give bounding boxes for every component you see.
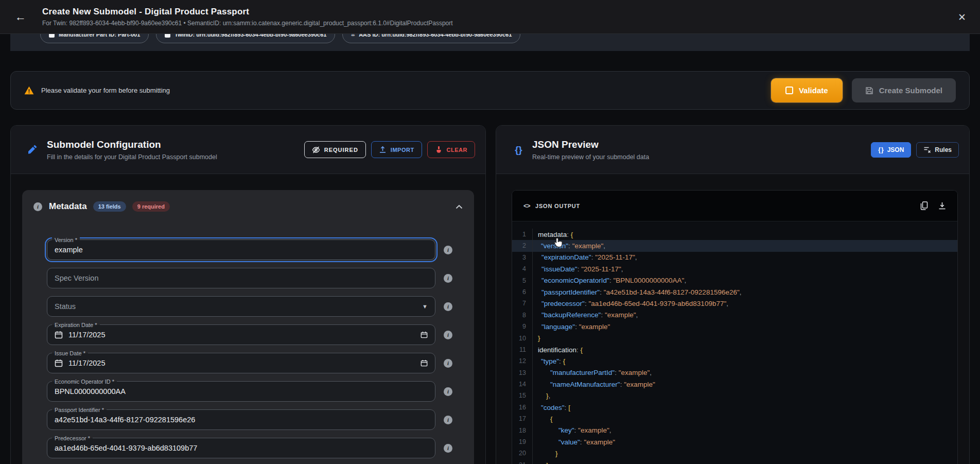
line-number: 8 <box>512 310 533 321</box>
code-line-12: 12"type": { <box>512 355 957 367</box>
field-label: Issue Date * <box>52 349 88 357</box>
line-number: 9 <box>512 321 533 332</box>
upload-icon <box>379 146 387 153</box>
tab-json[interactable]: { } JSON <box>871 142 911 158</box>
field-value: aa1ed46b-65ed-4041-9379-ab6d83109b77 <box>55 444 197 452</box>
field-info-icon[interactable]: i <box>444 331 452 339</box>
json-code-view: 1metadata: {2"version": "example",3"expi… <box>512 221 957 464</box>
collapse-section-button[interactable] <box>456 203 463 211</box>
back-arrow-icon: ← <box>15 10 26 24</box>
line-number: 6 <box>512 286 533 298</box>
field-info-icon[interactable]: i <box>444 359 452 368</box>
code-line-21: 21], <box>512 459 957 464</box>
config-panel-subtitle: Fill in the details for your Digital Pro… <box>47 153 217 161</box>
line-number: 21 <box>512 459 533 464</box>
line-number: 20 <box>512 448 533 459</box>
date-picker-icon[interactable] <box>421 359 428 367</box>
code-line-4: 4"issueDate": "2025-11-17", <box>512 263 957 274</box>
issue-date-field[interactable]: Issue Date *11/17/2025 <box>47 353 435 373</box>
code-line-16: 16"codes": [ <box>512 402 957 413</box>
twin-chips-band: Manufacturer Part ID: Part-001TwinID: ur… <box>10 34 970 51</box>
code-line-6: 6"passportIdentifier": "a42e51bd-14a3-44… <box>512 286 957 298</box>
line-number: 13 <box>512 367 533 379</box>
validation-message: Please validate your form before submitt… <box>41 87 170 94</box>
code-line-17: 17{ <box>512 413 957 424</box>
line-number: 16 <box>512 402 533 413</box>
line-number: 18 <box>512 425 533 436</box>
code-line-18: 18"key": "example", <box>512 425 957 436</box>
clear-button[interactable]: CLEAR <box>427 141 475 158</box>
calendar-icon <box>55 359 63 367</box>
copy-button[interactable] <box>920 201 928 210</box>
field-label: Version * <box>52 236 80 244</box>
line-number: 3 <box>512 252 533 263</box>
import-button[interactable]: IMPORT <box>371 141 422 158</box>
code-line-19: 19"value": "example" <box>512 436 957 448</box>
tab-rules[interactable]: Rules <box>916 142 959 158</box>
json-output-card: <> JSON OUTPUT 1metadata: {2"version": "… <box>512 190 958 464</box>
chevron-down-icon: ▼ <box>422 303 428 310</box>
code-line-9: 9"language": "example" <box>512 321 957 332</box>
field-label: Economic Operator ID * <box>52 377 117 386</box>
metadata-section: i Metadata 13 fields 9 required Version … <box>22 190 474 464</box>
code-line-7: 7"predecessor": "aa1ed46b-65ed-4041-9379… <box>512 298 957 309</box>
field-label: Predecessor * <box>52 434 93 442</box>
close-button[interactable]: ✕ <box>953 8 971 26</box>
page-title: Create New Submodel - Digital Product Pa… <box>42 7 453 17</box>
code-icon: <> <box>523 202 530 210</box>
code-line-3: 3"expirationDate": "2025-11-17", <box>512 252 957 263</box>
line-number: 4 <box>512 263 533 274</box>
field-value: example <box>55 246 83 254</box>
field-value: a42e51bd-14a3-44f6-8127-092281596e26 <box>55 416 195 424</box>
field-info-icon[interactable]: i <box>444 387 452 396</box>
field-label: Expiration Date * <box>52 321 100 329</box>
json-output-label: JSON OUTPUT <box>535 203 580 209</box>
field-info-icon[interactable]: i <box>444 246 452 254</box>
line-number: 15 <box>512 390 533 401</box>
save-icon <box>865 87 873 95</box>
back-button[interactable]: ← <box>10 7 31 27</box>
field-info-icon[interactable]: i <box>444 416 452 424</box>
economic-operator-id-field[interactable]: Economic Operator ID *BPNL0000000000AA <box>47 381 435 402</box>
passport-identifier-field[interactable]: Passport Identifier *a42e51bd-14a3-44f6-… <box>47 409 435 430</box>
rules-icon <box>923 146 931 153</box>
line-number: 17 <box>512 413 533 424</box>
json-preview-panel: { } JSON Preview Real-time preview of yo… <box>496 125 970 464</box>
braces-small-icon: { } <box>878 146 883 153</box>
warning-icon <box>24 86 34 95</box>
line-number: 11 <box>512 344 533 355</box>
metadata-title: Metadata <box>49 201 87 212</box>
line-number: 19 <box>512 436 533 448</box>
validation-banner: Please validate your form before submitt… <box>10 71 970 110</box>
field-info-icon[interactable]: i <box>444 302 452 311</box>
config-panel-title: Submodel Configuration <box>47 139 217 150</box>
required-toggle-button[interactable]: REQUIRED <box>304 141 366 158</box>
braces-icon: { } <box>512 144 525 156</box>
code-line-5: 5"economicOperatorId": "BPNL0000000000AA… <box>512 275 957 286</box>
download-icon <box>938 202 946 210</box>
date-picker-icon[interactable] <box>421 331 428 338</box>
field-info-icon[interactable]: i <box>444 274 452 283</box>
code-line-20: 20} <box>512 448 957 459</box>
calendar-icon <box>55 331 63 339</box>
version-field[interactable]: Version *example <box>47 239 435 260</box>
download-button[interactable] <box>938 201 946 210</box>
expiration-date-field[interactable]: Expiration Date *11/17/2025 <box>47 324 435 345</box>
field-placeholder: Spec Version <box>55 274 98 282</box>
validate-button[interactable]: Validate <box>771 78 843 102</box>
spec-version-field[interactable]: Spec Version <box>47 268 435 288</box>
required-count-badge: 9 required <box>132 201 170 212</box>
line-number: 10 <box>512 333 533 344</box>
brush-icon <box>435 146 443 153</box>
field-placeholder: Status <box>55 302 76 311</box>
create-submodel-button[interactable]: Create Submodel <box>852 78 956 102</box>
field-info-icon[interactable]: i <box>444 444 452 453</box>
field-value: BPNL0000000000AA <box>55 387 126 396</box>
code-line-8: 8"backupReference": "example", <box>512 310 957 321</box>
status-field[interactable]: Status▼ <box>47 296 435 317</box>
modal-header: ← Create New Submodel - Digital Product … <box>0 0 980 34</box>
info-icon: i <box>33 202 42 211</box>
code-line-10: 10} <box>512 333 957 344</box>
predecessor-field[interactable]: Predecessor *aa1ed46b-65ed-4041-9379-ab6… <box>47 438 435 458</box>
submodel-config-panel: Submodel Configuration Fill in the detai… <box>10 125 486 464</box>
